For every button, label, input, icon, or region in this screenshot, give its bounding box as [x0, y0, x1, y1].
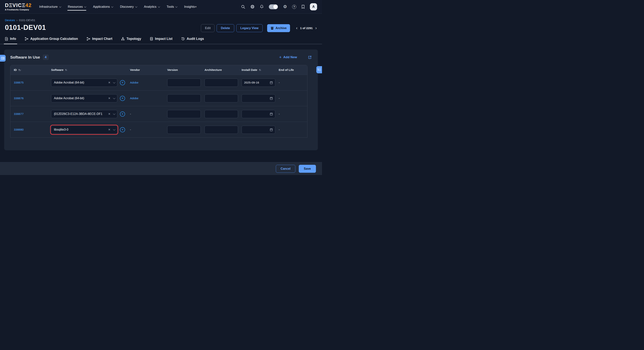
version-input[interactable] — [167, 94, 201, 102]
add-software-button[interactable]: + — [120, 96, 125, 101]
software-id-link[interactable]: 338875 — [14, 81, 24, 84]
chevron-down-icon — [111, 5, 113, 7]
tab-application-group-calculation[interactable]: Application Group Calculation — [25, 35, 78, 44]
chevron-down-icon — [59, 5, 61, 7]
clear-icon[interactable]: ✕ — [108, 97, 110, 100]
legacy-view-button[interactable]: Legacy View — [236, 24, 263, 32]
add-software-button[interactable]: + — [120, 112, 125, 117]
help-icon[interactable]: ? — [292, 5, 296, 9]
install-date-input[interactable] — [242, 94, 275, 102]
network-share-icon — [25, 37, 28, 41]
device-actions: Edit Delete Legacy View Archive ‹ 1 of 2… — [201, 24, 317, 32]
architecture-input[interactable] — [204, 79, 238, 87]
open-external-icon[interactable] — [308, 55, 312, 59]
add-software-button[interactable]: + — [120, 80, 125, 85]
nav-item-applications[interactable]: Applications — [93, 2, 113, 11]
column-header-vendor: Vendor — [130, 68, 167, 72]
archive-button[interactable]: Archive — [267, 24, 290, 32]
logo-tagline: A Freshworks Company — [5, 8, 32, 11]
left-detail-drawer-toggle[interactable] — [0, 55, 6, 62]
software-select[interactable]: Adobe Acrobat (64-bit) ✕ — [51, 94, 117, 102]
chevron-down-icon[interactable] — [113, 97, 116, 99]
save-button[interactable]: Save — [299, 165, 316, 173]
topology-icon — [121, 37, 125, 41]
add-software-button[interactable]: + — [120, 127, 125, 132]
plus-icon: + — [279, 55, 282, 59]
software-table-header: ID Software Vendor Version Architecture … — [10, 65, 307, 75]
top-navigation: DΞVICΞ42 A Freshworks Company Infrastruc… — [0, 0, 322, 14]
nav-menu: Infrastructure Resources Applications Di… — [39, 2, 197, 11]
version-input[interactable] — [167, 126, 201, 134]
breadcrumb-devices-link[interactable]: Devices — [5, 18, 15, 22]
software-select-highlighted[interactable]: libsqlite3-0 ✕ — [51, 126, 117, 134]
add-new-button[interactable]: + Add New — [279, 55, 297, 59]
calendar-icon[interactable] — [270, 97, 273, 100]
table-row: 338876 Adobe Acrobat (64-bit) ✕ + Adobe — [10, 90, 307, 106]
nav-item-tools[interactable]: Tools — [167, 2, 177, 11]
nav-item-insights[interactable]: Insights+ — [184, 2, 197, 11]
column-header-version: Version — [167, 68, 204, 72]
table-row: 338877 {012D26C3-E12A-3BDA-8ECE-DF1 ✕ + … — [10, 106, 307, 122]
tab-topology[interactable]: Topology — [121, 35, 141, 44]
tab-impact-list[interactable]: Impact List — [150, 35, 172, 44]
calendar-icon[interactable] — [270, 128, 273, 131]
column-header-id[interactable]: ID — [10, 68, 51, 72]
pager-next-icon[interactable]: › — [315, 26, 317, 30]
nav-item-resources[interactable]: Resources — [68, 2, 86, 11]
chevron-down-icon[interactable] — [113, 81, 116, 84]
tab-impact-chart[interactable]: Impact Chart — [87, 35, 112, 44]
page-header: Devices › 0101-DEV01 0101-DEV01 Edit Del… — [0, 14, 322, 31]
globe-icon[interactable] — [250, 4, 255, 9]
chevron-down-icon — [84, 5, 86, 7]
nav-item-discovery[interactable]: Discovery — [120, 2, 136, 11]
sort-ascending-icon — [18, 69, 21, 71]
calendar-icon[interactable] — [270, 112, 273, 116]
software-table: ID Software Vendor Version Architecture … — [10, 65, 308, 138]
software-select[interactable]: Adobe Acrobat (64-bit) ✕ — [51, 79, 117, 87]
clear-icon[interactable]: ✕ — [108, 112, 110, 116]
chevron-down-icon[interactable] — [113, 112, 116, 115]
calendar-icon[interactable] — [270, 81, 273, 84]
vendor-value: - — [130, 112, 131, 116]
install-date-input[interactable] — [242, 110, 275, 118]
install-date-input[interactable] — [242, 126, 275, 134]
chevron-down-icon[interactable] — [113, 128, 116, 131]
form-footer: Cancel Save — [0, 162, 322, 175]
software-select[interactable]: {012D26C3-E12A-3BDA-8ECE-DF1 ✕ — [51, 110, 117, 118]
install-date-input[interactable]: 2025-09-16 — [242, 79, 275, 87]
version-input[interactable] — [167, 110, 201, 118]
theme-toggle[interactable]: ☾ — [269, 4, 278, 9]
vendor-link[interactable]: Adobe — [130, 81, 138, 84]
record-pager: ‹ 1 of 2291 › — [296, 26, 317, 30]
column-header-architecture: Architecture — [204, 68, 242, 72]
edit-button[interactable]: Edit — [201, 24, 214, 32]
tab-audit-logs[interactable]: Audit Logs — [181, 35, 204, 44]
settings-gear-icon[interactable]: ⚙ — [283, 4, 287, 9]
nav-item-analytics[interactable]: Analytics — [144, 2, 160, 11]
tab-info[interactable]: Info — [5, 35, 16, 44]
architecture-input[interactable] — [204, 94, 238, 102]
architecture-input[interactable] — [204, 126, 238, 134]
nav-item-infrastructure[interactable]: Infrastructure — [39, 2, 60, 11]
user-avatar[interactable]: A — [310, 3, 317, 10]
column-header-software[interactable]: Software — [51, 68, 130, 72]
right-tree-drawer-toggle[interactable] — [316, 66, 322, 73]
clear-icon[interactable]: ✕ — [108, 81, 110, 84]
pager-prev-icon[interactable]: ‹ — [296, 26, 298, 30]
software-id-link[interactable]: 338880 — [14, 128, 24, 131]
cancel-button[interactable]: Cancel — [276, 165, 295, 173]
clear-icon[interactable]: ✕ — [108, 128, 110, 131]
version-input[interactable] — [167, 79, 201, 87]
bookmark-icon[interactable] — [302, 5, 305, 9]
vendor-link[interactable]: Adobe — [130, 97, 138, 100]
delete-button[interactable]: Delete — [216, 24, 234, 32]
column-header-install-date[interactable]: Install Date — [242, 68, 279, 72]
notifications-bell-icon[interactable] — [260, 4, 264, 9]
software-id-link[interactable]: 338876 — [14, 97, 24, 100]
search-icon[interactable] — [241, 5, 245, 9]
software-id-link[interactable]: 338877 — [14, 112, 24, 116]
device42-logo[interactable]: DΞVICΞ42 A Freshworks Company — [5, 3, 32, 11]
panel-header: Software In Use 4 + Add New — [10, 49, 312, 60]
architecture-input[interactable] — [204, 110, 238, 118]
breadcrumb-current: 0101-DEV01 — [19, 18, 35, 22]
